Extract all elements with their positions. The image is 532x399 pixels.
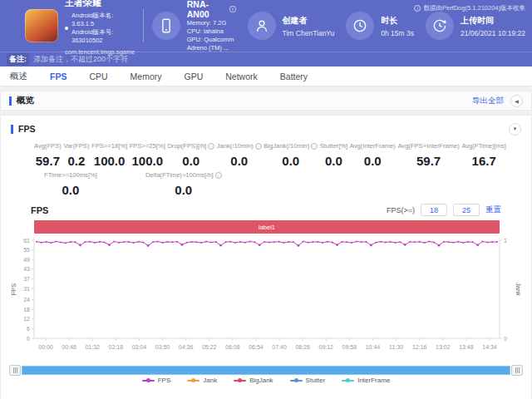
duration-label: 时长 xyxy=(381,15,414,27)
tab-bar: 概述FPSCPUMemoryGPUNetworkBattery xyxy=(0,66,532,86)
overview-collapse-button[interactable]: ◀ xyxy=(510,95,523,107)
legend-item-InterFrame[interactable]: InterFrame xyxy=(342,377,390,384)
stat-value: 0.0 xyxy=(264,154,318,168)
stat: Drop(FPS)[/h]i0.0 xyxy=(167,142,214,168)
info-icon[interactable]: i xyxy=(255,143,262,150)
svg-text:09:58: 09:58 xyxy=(342,344,357,350)
svg-text:12: 12 xyxy=(23,316,30,322)
slider-track[interactable] xyxy=(22,366,510,375)
tab-概述[interactable]: 概述 xyxy=(10,71,27,82)
legend-marker xyxy=(342,380,354,382)
tab-Memory[interactable]: Memory xyxy=(131,71,162,81)
stat: BigJank(/10min)i0.0 xyxy=(264,142,318,168)
stat-label: Avg(InterFrame) xyxy=(350,142,396,150)
legend-item-Jank[interactable]: Jank xyxy=(187,377,217,384)
stat-value: 0.2 xyxy=(63,154,89,168)
info-icon[interactable]: i xyxy=(311,143,318,150)
legend-label: InterFrame xyxy=(357,377,390,384)
svg-text:37: 37 xyxy=(23,276,30,282)
svg-text:0: 0 xyxy=(504,336,507,342)
svg-text:55: 55 xyxy=(23,247,30,253)
info-icon[interactable]: i xyxy=(208,143,214,150)
legend-item-BigJank[interactable]: BigJank xyxy=(234,377,273,384)
svg-text:00:00: 00:00 xyxy=(38,344,53,350)
stat-value: 0.0 xyxy=(320,154,347,168)
svg-text:13:48: 13:48 xyxy=(459,344,474,350)
chart-legend: FPSJankBigJankStutterInterFrame xyxy=(1,377,531,384)
report-header: i 数据由PerfDog(5.1.210204)版本收集 王者荣耀 Androi… xyxy=(0,0,532,52)
legend-marker xyxy=(290,380,303,382)
duration-clock-icon xyxy=(346,12,374,40)
svg-text:18: 18 xyxy=(23,307,30,313)
svg-text:01:32: 01:32 xyxy=(85,344,100,350)
fps-threshold-input-1[interactable] xyxy=(421,204,447,216)
slider-right-handle[interactable] xyxy=(511,365,523,376)
legend-marker xyxy=(234,380,246,382)
stat-label: Drop(FPS)[/h]i xyxy=(167,142,214,150)
data-source-note: i 数据由PerfDog(5.1.210204)版本收集 xyxy=(414,4,525,12)
overview-title: 概览 xyxy=(17,95,34,106)
svg-text:0: 0 xyxy=(27,336,30,342)
device-cpu: CPU: lahaina xyxy=(187,27,236,36)
stat-label: Avg(FPS) xyxy=(34,142,62,150)
android-version-code: Android版本号: 363010502 xyxy=(71,28,135,45)
slider-left-handle[interactable] xyxy=(9,365,21,376)
stat-label: Avg(FTime)[ms] xyxy=(461,142,506,150)
chart-annotation-band: label1 xyxy=(34,220,500,234)
stat-label: Delta(FTime)>100ms[/h]i xyxy=(145,171,222,179)
legend-item-FPS[interactable]: FPS xyxy=(142,377,171,384)
header-divider xyxy=(143,9,144,42)
stat-value: 59.7 xyxy=(397,154,459,168)
tab-CPU[interactable]: CPU xyxy=(89,71,107,81)
stat: Avg(FPS+InterFrame)59.7 xyxy=(397,142,459,168)
fps-panel: FPS ▼ Avg(FPS)59.7Var(FPS)0.2FPS>=18[%]1… xyxy=(0,115,532,399)
section-accent-bar xyxy=(9,96,12,106)
stat-label: FTime>=100ms[%] xyxy=(44,171,97,179)
section-accent-bar xyxy=(11,125,13,134)
stat-value: 0.0 xyxy=(44,183,97,197)
stat: Avg(InterFrame)0.0 xyxy=(350,142,396,168)
svg-text:03:04: 03:04 xyxy=(132,344,147,350)
stat: FPS>=18[%]100.0 xyxy=(91,142,127,168)
source-note-text: 数据由PerfDog(5.1.210204)版本收集 xyxy=(423,4,525,12)
fps-threshold-label: FPS(>=) xyxy=(387,206,415,214)
threshold-reset-link[interactable]: 重置 xyxy=(485,204,501,215)
stat-value: 100.0 xyxy=(91,154,127,168)
game-title: 王者荣耀 xyxy=(65,0,135,9)
fps-threshold-input-2[interactable] xyxy=(453,204,480,216)
legend-marker xyxy=(187,380,200,382)
tab-Battery[interactable]: Battery xyxy=(280,71,308,81)
chart-range-slider xyxy=(9,365,523,376)
legend-label: BigJank xyxy=(249,377,273,384)
fps-chart: label1 6155494337312418126010FPSJank00:0… xyxy=(9,220,523,363)
tab-Network[interactable]: Network xyxy=(225,71,258,81)
bullet-dot xyxy=(65,27,68,30)
legend-item-Stutter[interactable]: Stutter xyxy=(290,377,326,384)
tab-FPS[interactable]: FPS xyxy=(50,71,66,81)
svg-text:10:44: 10:44 xyxy=(366,344,381,350)
svg-text:04:36: 04:36 xyxy=(179,344,194,350)
svg-text:31: 31 xyxy=(23,286,30,292)
svg-text:09:12: 09:12 xyxy=(318,344,333,350)
creator-value: Tim ChenTianYu xyxy=(283,29,335,37)
svg-text:24: 24 xyxy=(23,297,30,303)
info-icon[interactable]: i xyxy=(215,172,222,179)
fps-line-chart-plot[interactable]: 6155494337312418126010FPSJank00:0000:460… xyxy=(9,235,521,360)
stat-label: Stutter[%] xyxy=(320,142,347,150)
tab-GPU[interactable]: GPU xyxy=(185,71,204,81)
device-info-icon[interactable]: i xyxy=(229,6,235,12)
stat: FTime>=100ms[%]0.0 xyxy=(44,171,97,197)
note-placeholder: 添加备注，不超过200个字符 xyxy=(33,54,128,65)
fps-stats-row1: Avg(FPS)59.7Var(FPS)0.2FPS>=18[%]100.0FP… xyxy=(1,137,531,168)
export-all-link[interactable]: 导出全部 xyxy=(472,96,504,106)
svg-text:43: 43 xyxy=(23,266,30,272)
svg-text:05:22: 05:22 xyxy=(202,344,217,350)
stat-value: 16.7 xyxy=(461,154,506,168)
creator-label: 创建者 xyxy=(283,15,335,27)
stat: Var(FPS)0.2 xyxy=(63,142,89,168)
fps-collapse-button[interactable]: ▼ xyxy=(509,123,521,135)
phone-icon xyxy=(152,12,180,40)
svg-text:07:40: 07:40 xyxy=(272,344,287,350)
stat-value: 0.0 xyxy=(217,154,262,168)
stat-value: 100.0 xyxy=(130,154,165,168)
